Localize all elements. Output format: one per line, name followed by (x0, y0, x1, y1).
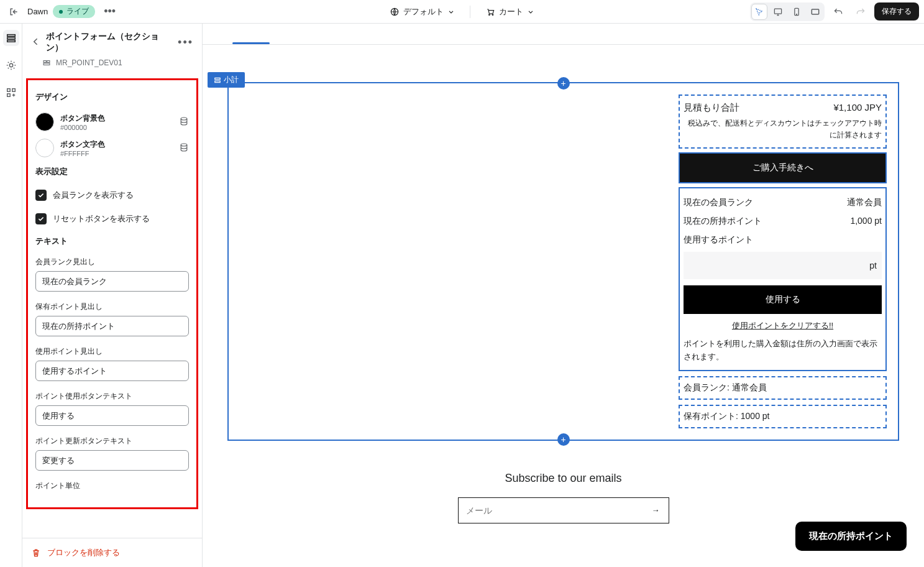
redo-icon[interactable] (852, 3, 869, 21)
submit-arrow-icon[interactable]: → (643, 505, 669, 515)
color-fg-row[interactable]: ボタン文字色 #FFFFFF (33, 135, 191, 161)
undo-icon[interactable] (830, 3, 847, 21)
theme-name: Dawn (27, 7, 48, 16)
point-form-block: 現在の会員ランク通常会員 現在の所持ポイント1,000 pt 使用するポイント … (679, 187, 887, 371)
settings-icon[interactable] (3, 57, 19, 73)
color-fg-label: ボタン文字色 (60, 139, 173, 150)
more-menu-icon[interactable]: ••• (100, 2, 119, 21)
save-button[interactable]: 保存する (874, 2, 919, 21)
locale-selector[interactable]: デフォルト (390, 6, 455, 17)
estimated-total-box: 見積もり合計 ¥1,100 JPY 税込みで、配送料とディスカウントはチェックア… (679, 94, 887, 149)
rank-heading-input[interactable] (35, 271, 189, 292)
text-heading: テキスト (35, 236, 189, 247)
apps-icon[interactable] (3, 85, 19, 101)
color-bg-label: ボタン背景色 (60, 113, 173, 124)
tax-note: 税込みで、配送料とディスカウントはチェックアアウト時に計算されます (684, 118, 882, 141)
section-tag[interactable]: 小計 (208, 72, 245, 88)
color-swatch-fg (35, 139, 54, 157)
clear-points-link[interactable]: 使用ポイントをクリアする!! (684, 320, 882, 331)
trash-icon (31, 548, 41, 558)
est-total-label: 見積もり合計 (684, 102, 739, 114)
exit-icon[interactable] (5, 3, 22, 21)
tab-strip (203, 24, 924, 45)
svg-point-2 (492, 14, 493, 16)
points-input-wrap: pt (684, 252, 882, 279)
display-heading: 表示設定 (35, 166, 189, 177)
point-unit-label: ポイント単位 (35, 481, 189, 491)
points-note: ポイントを利用した購入金額は住所の入力画面で表示されます。 (684, 338, 882, 364)
checkbox-icon (35, 213, 47, 224)
svg-rect-6 (812, 9, 818, 14)
update-btn-text-label: ポイント更新ボタンテキスト (35, 436, 189, 446)
rank-value: 通常会員 (847, 197, 882, 208)
use-points-button[interactable]: 使用する (684, 285, 882, 314)
checkbox-show-reset[interactable]: リセットボタンを表示する (33, 207, 191, 231)
use-btn-text-label: ポイント使用ボタンテキスト (35, 391, 189, 402)
color-swatch-bg (35, 113, 54, 131)
sections-icon[interactable] (3, 30, 19, 46)
use-points-label: 使用するポイント (684, 231, 882, 249)
svg-rect-9 (7, 40, 15, 42)
svg-rect-15 (47, 61, 50, 63)
svg-rect-20 (215, 81, 220, 82)
fullwidth-icon[interactable] (807, 4, 823, 20)
design-heading: デザイン (35, 91, 189, 103)
rank-heading-label: 会員ランク見出し (35, 257, 189, 267)
email-input[interactable] (459, 498, 643, 523)
delete-block-button[interactable]: ブロックを削除する (31, 547, 193, 558)
svg-point-10 (9, 63, 12, 67)
chevron-down-icon (527, 8, 534, 16)
svg-rect-13 (7, 94, 10, 97)
svg-rect-8 (7, 37, 15, 39)
info-rank-box: 会員ランク: 通常会員 (679, 376, 887, 400)
page-selector[interactable]: カート (485, 6, 534, 17)
checkbox-show-rank[interactable]: 会員ランクを表示する (33, 183, 191, 207)
device-group (750, 2, 825, 21)
panel-more-icon[interactable]: ••• (178, 36, 193, 49)
svg-rect-16 (43, 63, 50, 65)
use-heading-label: 使用ポイント見出し (35, 346, 189, 357)
svg-point-18 (181, 144, 187, 146)
subscribe-heading: Subscribe to our emails (227, 472, 899, 485)
svg-rect-12 (12, 89, 15, 92)
use-btn-text-input[interactable] (35, 405, 189, 426)
panel-crumb: MR_POINT_DEV01 (22, 58, 202, 73)
left-rail (0, 24, 22, 567)
owned-label: 現在の所持ポイント (684, 216, 762, 227)
dynamic-source-icon[interactable] (179, 142, 189, 154)
add-section-bottom[interactable]: + (557, 433, 570, 446)
preview-canvas: 小計 + + 見積もり合計 ¥1,100 JPY 税込みで、配送料とディスカウン… (203, 24, 924, 567)
checkbox-icon (35, 190, 47, 201)
settings-panel: ポイントフォーム（セクション） ••• MR_POINT_DEV01 デザイン … (22, 24, 203, 567)
desktop-icon[interactable] (770, 4, 786, 20)
svg-point-1 (489, 14, 490, 16)
owned-heading-input[interactable] (35, 316, 189, 336)
back-icon[interactable] (31, 37, 41, 48)
update-btn-text-input[interactable] (35, 450, 189, 471)
svg-rect-11 (7, 89, 10, 92)
rank-label: 現在の会員ランク (684, 197, 753, 208)
add-section-top[interactable]: + (557, 77, 570, 90)
mobile-icon[interactable] (789, 4, 805, 20)
svg-rect-19 (215, 78, 220, 79)
svg-rect-7 (7, 35, 15, 37)
info-owned-box: 保有ポイント: 1000 pt (679, 405, 887, 428)
svg-rect-3 (774, 9, 781, 14)
subscribe-section: Subscribe to our emails → (227, 472, 899, 523)
inspector-icon[interactable] (751, 4, 767, 20)
color-bg-row[interactable]: ボタン背景色 #000000 (33, 109, 191, 135)
subtotal-section-outline: + + 見積もり合計 ¥1,100 JPY 税込みで、配送料とディスカウントはチ… (227, 82, 899, 441)
globe-icon (390, 7, 400, 17)
live-badge: ライブ (53, 5, 95, 18)
dynamic-source-icon[interactable] (179, 116, 189, 128)
color-fg-value: #FFFFFF (60, 150, 173, 157)
svg-point-5 (797, 14, 797, 14)
block-icon (42, 58, 51, 67)
chevron-down-icon (447, 8, 455, 16)
section-icon (214, 76, 221, 84)
panel-title: ポイントフォーム（セクション） (46, 31, 173, 53)
points-unit: pt (869, 260, 877, 270)
checkout-button[interactable]: ご購入手続きへ (679, 152, 887, 183)
floating-chip[interactable]: 現在の所持ポイント (795, 522, 907, 551)
use-heading-input[interactable] (35, 361, 189, 381)
